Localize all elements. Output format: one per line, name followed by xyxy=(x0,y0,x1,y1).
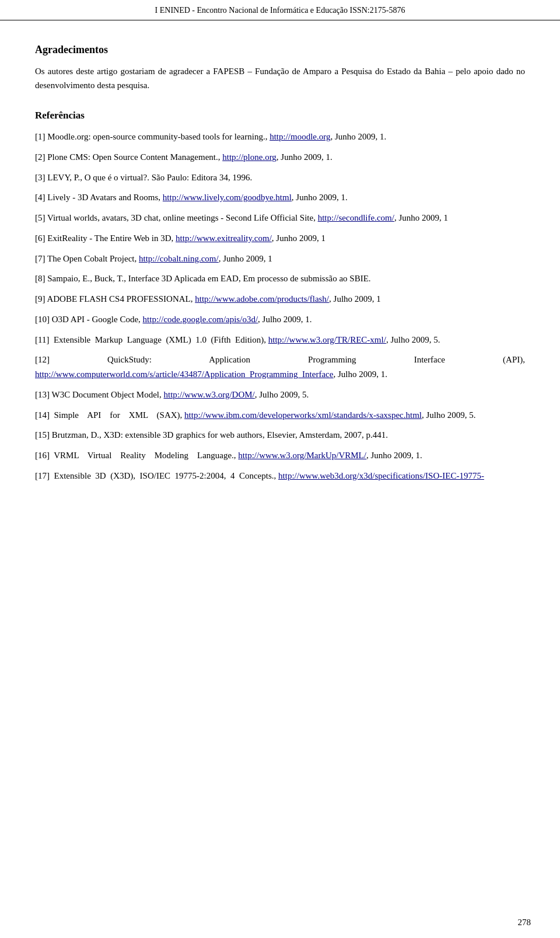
reference-item-17: [17] Extensible 3D (X3D), ISO/IEC 19775-… xyxy=(35,469,525,483)
reference-item-4: [4] Lively - 3D Avatars and Rooms, http:… xyxy=(35,190,525,205)
ref-2-suffix: , Junho 2009, 1. xyxy=(276,152,332,162)
ref-12-text: [12] QuickStudy: Application Programming… xyxy=(35,355,525,364)
page-number: 278 xyxy=(518,918,531,927)
ref-10-link[interactable]: http://code.google.com/apis/o3d/ xyxy=(143,315,258,324)
ref-14-suffix: , Julho 2009, 5. xyxy=(422,410,476,420)
header-title: I ENINED - Encontro Nacional de Informát… xyxy=(155,6,405,15)
reference-item-1: [1] Moodle.org: open-source community-ba… xyxy=(35,130,525,144)
ref-11-suffix: , Julho 2009, 5. xyxy=(386,335,440,344)
reference-item-11: [11] Extensible Markup Language (XML) 1.… xyxy=(35,333,525,347)
reference-item-9: [9] ADOBE FLASH CS4 PROFESSIONAL, http:/… xyxy=(35,292,525,306)
ref-5-link[interactable]: http://secondlife.com/ xyxy=(318,213,394,222)
page-header: I ENINED - Encontro Nacional de Informát… xyxy=(0,0,560,20)
acknowledgments-text: Os autores deste artigo gostariam de agr… xyxy=(35,64,525,92)
ref-2-link[interactable]: http://plone.org xyxy=(222,152,276,162)
reference-item-7: [7] The Open Cobalt Project, http://coba… xyxy=(35,252,525,266)
reference-item-5: [5] Virtual worlds, avatars, 3D chat, on… xyxy=(35,211,525,225)
references-section: Referências [1] Moodle.org: open-source … xyxy=(35,110,525,483)
acknowledgments-section: Agradecimentos Os autores deste artigo g… xyxy=(35,44,525,92)
reference-item-10: [10] O3D API - Google Code, http://code.… xyxy=(35,312,525,327)
ref-16-suffix: , Junho 2009, 1. xyxy=(366,451,422,460)
ref-9-suffix: , Julho 2009, 1 xyxy=(329,294,381,304)
ref-1-text: [1] Moodle.org: open-source community-ba… xyxy=(35,132,270,141)
ref-16-text: [16] VRML Virtual Reality Modeling Langu… xyxy=(35,451,238,460)
ref-7-link[interactable]: http://cobalt.ning.com/ xyxy=(139,254,219,263)
ref-8-text: [8] Sampaio, E., Buck, T., Interface 3D … xyxy=(35,274,371,283)
ref-3-text: [3] LEVY, P., O que é o virtual?. São Pa… xyxy=(35,173,252,182)
ref-14-text: [14] Simple API for XML (SAX), xyxy=(35,410,184,420)
ref-14-link[interactable]: http://www.ibm.com/developerworks/xml/st… xyxy=(184,410,422,420)
reference-item-3: [3] LEVY, P., O que é o virtual?. São Pa… xyxy=(35,170,525,185)
ref-13-link[interactable]: http://www.w3.org/DOM/ xyxy=(164,390,255,399)
ref-1-link[interactable]: http://moodle.org xyxy=(270,132,330,141)
ref-5-suffix: , Junho 2009, 1 xyxy=(394,213,448,222)
acknowledgments-title: Agradecimentos xyxy=(35,44,525,56)
ref-15-text: [15] Brutzman, D., X3D: extensible 3D gr… xyxy=(35,430,388,440)
ref-6-link[interactable]: http://www.exitreality.com/ xyxy=(176,233,272,243)
reference-item-2: [2] Plone CMS: Open Source Content Manag… xyxy=(35,150,525,165)
reference-item-6: [6] ExitReality - The Entire Web in 3D, … xyxy=(35,231,525,246)
ref-5-text: [5] Virtual worlds, avatars, 3D chat, on… xyxy=(35,213,318,222)
ref-6-suffix: , Junho 2009, 1 xyxy=(272,233,326,243)
ref-13-suffix: , Julho 2009, 5. xyxy=(255,390,309,399)
reference-item-16: [16] VRML Virtual Reality Modeling Langu… xyxy=(35,448,525,463)
ref-13-text: [13] W3C Document Object Model, xyxy=(35,390,164,399)
ref-2-text: [2] Plone CMS: Open Source Content Manag… xyxy=(35,152,222,162)
reference-item-8: [8] Sampaio, E., Buck, T., Interface 3D … xyxy=(35,271,525,286)
ref-12-suffix: , Julho 2009, 1. xyxy=(333,369,387,379)
ref-9-text: [9] ADOBE FLASH CS4 PROFESSIONAL, xyxy=(35,294,195,304)
ref-1-suffix: , Junho 2009, 1. xyxy=(330,132,386,141)
ref-10-text: [10] O3D API - Google Code, xyxy=(35,315,143,324)
reference-item-12: [12] QuickStudy: Application Programming… xyxy=(35,353,525,382)
ref-10-suffix: , Julho 2009, 1. xyxy=(258,315,312,324)
ref-4-suffix: , Junho 2009, 1. xyxy=(292,193,348,202)
ref-17-text: [17] Extensible 3D (X3D), ISO/IEC 19775-… xyxy=(35,471,278,480)
ref-4-link[interactable]: http://www.lively.com/goodbye.html xyxy=(163,193,292,202)
ref-12-link[interactable]: http://www.computerworld.com/s/article/4… xyxy=(35,369,333,379)
reference-item-14: [14] Simple API for XML (SAX), http://ww… xyxy=(35,408,525,423)
ref-7-text: [7] The Open Cobalt Project, xyxy=(35,254,139,263)
ref-7-suffix: , Junho 2009, 1 xyxy=(219,254,272,263)
ref-6-text: [6] ExitReality - The Entire Web in 3D, xyxy=(35,233,176,243)
ref-11-link[interactable]: http://www.w3.org/TR/REC-xml/ xyxy=(268,335,386,344)
ref-11-text: [11] Extensible Markup Language (XML) 1.… xyxy=(35,335,268,344)
ref-9-link[interactable]: http://www.adobe.com/products/flash/ xyxy=(195,294,329,304)
ref-17-link[interactable]: http://www.web3d.org/x3d/specifications/… xyxy=(278,471,484,480)
page-content: Agradecimentos Os autores deste artigo g… xyxy=(0,20,560,524)
reference-item-13: [13] W3C Document Object Model, http://w… xyxy=(35,388,525,402)
ref-16-link[interactable]: http://www.w3.org/MarkUp/VRML/ xyxy=(238,451,366,460)
reference-item-15: [15] Brutzman, D., X3D: extensible 3D gr… xyxy=(35,428,525,442)
ref-4-text: [4] Lively - 3D Avatars and Rooms, xyxy=(35,193,163,202)
references-title: Referências xyxy=(35,110,525,121)
